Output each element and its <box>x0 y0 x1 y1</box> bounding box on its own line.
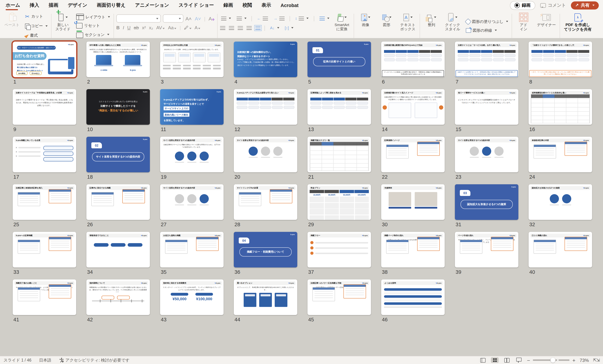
zoom-out-button[interactable]: − <box>527 357 530 363</box>
slide-thumbnail-23[interactable]: サイト送客を実現する3つの提供内容b-pos <box>455 137 518 172</box>
align-left-button[interactable] <box>220 26 225 30</box>
addins-button[interactable]: アド イン <box>514 12 533 39</box>
slide-thumbnail-13[interactable]: 記事閲覧によって導入意欲を高めるb-pos <box>307 89 371 125</box>
line-spacing-button[interactable]: ↕ <box>294 16 310 21</box>
slide-thumbnail-7[interactable]: 比較サイトには「サービス比較」を行う層が流入b-pos比較サイトを活用することで… <box>455 42 518 77</box>
increase-indent-button[interactable]: → <box>272 16 285 21</box>
superscript-button[interactable]: x² <box>142 25 146 30</box>
zoom-slider[interactable] <box>533 360 569 361</box>
slide-thumbnail-35[interactable]: お役立ち資料の掲載b-pos <box>160 232 224 267</box>
slide-thumbnail-28[interactable]: サイトリンクCTAの設置b-pos <box>234 184 297 220</box>
slide-thumbnail-32[interactable]: 認知拡大を加速させる2つの施策b-pos <box>529 184 592 220</box>
menu-tab-ホーム[interactable]: ホーム <box>6 0 20 11</box>
slide-thumbnail-33[interactable]: b-posへの記事掲載b-pos <box>13 232 76 267</box>
slide-thumbnail-31[interactable]: 03認知拡大を加速させる2つの施策b-pos <box>455 184 518 220</box>
italic-button[interactable]: I <box>123 25 124 30</box>
designer-button[interactable]: デザイナー <box>536 12 557 39</box>
slide-thumbnail-20[interactable]: サイト送客を実現する3つの提供内容b-pos <box>234 137 297 172</box>
decrease-font-button[interactable]: A˅ <box>195 16 201 21</box>
slide-thumbnail-14[interactable]: 比較検討層のサイト流入イメージb-pos比較記事内でサービス理解の深化と導入意欲… <box>381 89 445 125</box>
highlight-button[interactable]: 🖉 <box>184 25 191 30</box>
slide-thumbnail-41[interactable]: 掲載完了後のお願いごとb-posb-posのドメインパワーを向上させ、より多くの… <box>13 279 76 315</box>
slide-thumbnail-8[interactable]: 「比較サイトはリードが獲得できる」の落とし穴b-pos一方で、サービスの導入意欲… <box>529 42 592 77</box>
subscript-button[interactable]: x₂ <box>149 25 153 30</box>
slide-thumbnail-18[interactable]: 02サイト送客を実現する3つの提供内容b-pos <box>86 137 150 172</box>
slide-thumbnail-17[interactable]: b-pos掲載に向いている企業b-pos✕✕✕ <box>13 137 76 172</box>
menu-tab-描画[interactable]: 描画 <box>49 0 58 11</box>
slide-thumbnail-19[interactable]: サイト送客を実現する3つの提供内容b-pos比較記事内でサービスと理解の深化とサ… <box>160 137 224 172</box>
fullscreen-icon[interactable]: ⇱⇲ <box>593 358 600 363</box>
menu-tab-画面切り替え[interactable]: 画面切り替え <box>97 0 126 11</box>
slide-thumbnail-45[interactable]: 比較記事へのバナー広告掲載も可能b-pos比較記事内に、1社限定のバナー広告の掲… <box>307 279 371 315</box>
slide-thumbnail-34[interactable]: 情報発信でできることb-pos <box>86 232 150 267</box>
underline-button[interactable]: U <box>127 25 131 30</box>
slide-thumbnail-27[interactable]: サイト送客を実現する3つの提供内容b-pos <box>160 184 224 220</box>
copy-button[interactable]: コピー <box>24 23 48 29</box>
slide-thumbnail-37[interactable]: 掲載フローb-pos <box>307 232 371 267</box>
slide-thumbnail-25[interactable]: 比較記事に単独取材記事を挿入b-pos <box>13 184 76 220</box>
menu-tab-デザイン[interactable]: デザイン <box>68 0 87 11</box>
section-button[interactable]: セクション <box>75 31 111 38</box>
slide-thumbnail-24[interactable]: 単独取材記事の内容b-pos <box>529 137 592 172</box>
slide-thumbnail-15[interactable]: 他リード獲得サービスとの違いb-posビジネスマッチングサービスや成果報酬型の比… <box>455 89 518 125</box>
slide-thumbnail-12[interactable]: b-posはメディア上で見込み顧客を刈り取らないb-pos <box>234 89 297 125</box>
slide-thumbnail-42[interactable]: 契約期間についてb-pos掲載媒体からの契約数がリード創出サポートは半年規模のお… <box>86 279 150 315</box>
new-slide-button[interactable]: 新しい スライド <box>54 12 72 39</box>
font-color-button[interactable]: A <box>195 25 200 30</box>
menu-tab-挿入[interactable]: 挿入 <box>30 0 39 11</box>
picture-button[interactable]: 画像 <box>356 12 375 39</box>
menu-tab-校閲[interactable]: 校閲 <box>243 0 252 11</box>
align-center-button[interactable] <box>229 26 234 30</box>
slide-sorter-view-button[interactable] <box>491 357 499 363</box>
smartart-button[interactable]: SmartArt に変換 <box>333 12 351 39</box>
slide-thumbnail-10[interactable]: コストもリソースも限られているBPO企業は比較サイトで獲得したリードを“商談化・… <box>86 89 150 125</box>
numbering-button[interactable] <box>235 16 247 21</box>
slide-thumbnail-3[interactable]: 200社以上のBPO企業を支援b-pos2023年のリリース以降、200以上のB… <box>160 42 224 77</box>
slide-thumbnail-6[interactable]: 比較検討層は購買行動の60%をweb上で完結b-posインターネットの発達による… <box>381 42 445 77</box>
slide-thumbnail-11[interactable]: b-posはメディア上での刈り取りは行わず、サービスサイトへの送客を促すことでサ… <box>160 89 224 125</box>
slide-thumbnail-46[interactable]: よくある質問b-pos <box>381 279 445 315</box>
text-direction-button[interactable]: A↓ <box>269 25 280 30</box>
layout-button[interactable]: レイアウト <box>75 13 111 21</box>
menu-tab-スライド ショー[interactable]: スライド ショー <box>179 0 214 11</box>
change-case-button[interactable]: Aa <box>168 25 176 30</box>
slideshow-button[interactable] <box>515 357 523 363</box>
arrange-button[interactable]: 整列 <box>422 12 441 39</box>
slide-thumbnail-40[interactable]: 口コミ掲載の流れb-pos <box>529 232 592 267</box>
record-button[interactable]: 録画 <box>510 1 535 10</box>
slide-thumbnail-44[interactable]: 選べるオプションb-posオプションとして、取材記事の作成や資料作成を¥50,0… <box>234 279 297 315</box>
comments-button[interactable]: コメント <box>540 2 566 8</box>
zoom-level[interactable]: 73% <box>580 357 589 363</box>
increase-font-button[interactable]: A˄ <box>186 16 192 21</box>
slide-thumbnail-43[interactable]: 契約時に発生する初期費用b-posスタンダード・ハイエンドプランは50,000円… <box>160 279 224 315</box>
reading-view-button[interactable] <box>503 357 511 363</box>
bold-button[interactable]: B <box>116 25 120 30</box>
language-indicator[interactable]: 日本語 <box>39 357 51 363</box>
slide-thumbnail-5[interactable]: 01従来の比較サイトとの違いb-pos <box>307 42 371 77</box>
normal-view-button[interactable] <box>479 357 487 363</box>
slide-thumbnail-21[interactable]: 掲載可能カテゴリ一覧b-pos <box>307 137 371 172</box>
menu-tab-表示[interactable]: 表示 <box>261 0 271 11</box>
distribute-button[interactable] <box>255 26 260 30</box>
slide-thumbnail-38[interactable]: 掲載ページ制作の流れb-pos企業ページ・サービスページはb-pos側で制作させ… <box>381 232 445 267</box>
shapes-button[interactable]: 図形 <box>378 12 396 39</box>
justify-button[interactable] <box>246 26 252 30</box>
slide-sorter-canvas[interactable]: 代行・外注サービスのための認知獲得・送客メディアお打ち合わせ資料比較検討層へのサ… <box>0 38 603 356</box>
format-painter-button[interactable]: 書式 <box>24 33 48 38</box>
slide-thumbnail-1[interactable]: 代行・外注サービスのための認知獲得・送客メディアお打ち合わせ資料比較検討層へのサ… <box>13 42 76 77</box>
font-name-select[interactable] <box>116 14 161 23</box>
shape-outline-button[interactable]: 図形の枠線 <box>464 27 509 33</box>
paste-button[interactable]: ペースト <box>3 12 21 39</box>
align-right-button[interactable] <box>237 26 243 30</box>
slide-thumbnail-39[interactable]: ページ作成の流れb-posformrunのヒアリングシートを使い、フォームに記載… <box>455 232 518 267</box>
share-button[interactable]: ↗ 共有 <box>571 1 599 9</box>
slide-thumbnail-4[interactable]: 比較検討層への認知獲得を行い、間接的なリード創出をサポートb-posは、メディア… <box>234 42 297 77</box>
slide-thumbnail-26[interactable]: 記事内に宣伝できる掲載b-pos <box>86 184 150 220</box>
zoom-slider-thumb[interactable] <box>551 358 556 363</box>
reset-button[interactable]: リセット <box>75 22 111 29</box>
align-text-button[interactable]: [↕] <box>284 25 294 30</box>
font-size-select[interactable] <box>163 14 183 23</box>
columns-button[interactable] <box>318 16 330 21</box>
character-spacing-button[interactable]: AV <box>156 25 165 30</box>
shape-fill-button[interactable]: 図形の塗りつぶし <box>464 19 509 24</box>
